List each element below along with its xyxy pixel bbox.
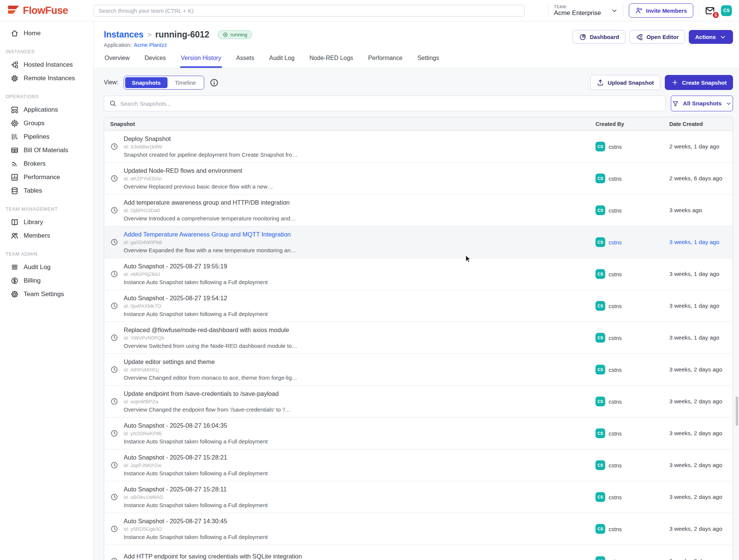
table-row[interactable]: Auto Snapshot - 2025-08-27 15:28:11 id: …	[104, 481, 733, 513]
sidebar-item-groups[interactable]: Groups	[0, 117, 93, 130]
sidebar-section: INSTANCES Hosted Instances Remote Instan…	[0, 49, 93, 85]
sidebar-item-tables[interactable]: Tables	[0, 184, 93, 198]
sidebar-item-audit-log[interactable]: Audit Log	[0, 261, 93, 274]
creator-avatar: CS	[595, 428, 605, 438]
info-icon[interactable]	[209, 78, 219, 87]
creator-avatar: CS	[595, 237, 605, 247]
sidebar-section: OPERATIONS Applications Groups Pipelines…	[0, 94, 93, 198]
actions-button[interactable]: Actions	[689, 30, 733, 44]
sidebar-item-pipelines[interactable]: Pipelines	[0, 130, 93, 144]
snapshot-date: 3 weeks, 2 days ago	[669, 494, 733, 500]
sidebar-item-library[interactable]: Library	[0, 216, 93, 229]
sidebar-item-applications[interactable]: Applications	[0, 103, 93, 117]
table-row[interactable]: Auto Snapshot - 2025-08-27 15:28:21 id: …	[104, 449, 733, 481]
sidebar-item-home[interactable]: Home	[0, 27, 93, 40]
snapshot-date: 2 weeks, 6 days ago	[669, 175, 733, 182]
table-row[interactable]: Updated Node-RED flows and environment i…	[104, 163, 733, 195]
table-row[interactable]: Added Temperature Awareness Group and MQ…	[104, 226, 733, 258]
toggle-timeline[interactable]: Timeline	[168, 77, 203, 88]
toggle-snapshots[interactable]: Snapshots	[125, 77, 168, 88]
create-snapshot-button[interactable]: Create Snapshot	[665, 75, 733, 90]
creator-avatar: CS	[595, 174, 605, 183]
sidebar-section: Home	[0, 27, 93, 40]
user-avatar[interactable]: CS	[721, 5, 732, 16]
sidebar-item-members[interactable]: Members	[0, 229, 93, 243]
snapshot-title: Auto Snapshot - 2025-08-27 15:28:21	[124, 454, 268, 461]
tab-node-red-logs[interactable]: Node-RED Logs	[309, 55, 354, 68]
snapshot-creator: CS cstns	[595, 397, 669, 406]
sidebar-item-team-settings[interactable]: Team Settings	[0, 287, 93, 301]
sidebar-section-label: INSTANCES	[0, 49, 93, 54]
column-date-created: Date Created	[669, 121, 733, 127]
team-selector[interactable]: TEAM: Acme Enterprise	[554, 4, 618, 17]
table-body: Deploy Snapshot id: X3o6Bw1k9W Snapshot …	[104, 131, 733, 560]
tab-bar: Overview Devices Version History Assets …	[104, 55, 733, 68]
snapshots-table: Snapshot Created By Date Created Deploy …	[104, 117, 733, 560]
notifications-button[interactable]: 5	[704, 6, 716, 16]
creator-avatar: CS	[595, 301, 605, 311]
home-icon	[10, 29, 19, 37]
table-row[interactable]: Auto Snapshot - 2025-08-27 14:30:45 id: …	[104, 513, 733, 545]
table-row[interactable]: Deploy Snapshot id: X3o6Bw1k9W Snapshot …	[104, 131, 733, 163]
snapshot-title: Updated Node-RED flows and environment	[124, 167, 273, 174]
snapshot-title: Auto Snapshot - 2025-08-27 15:28:11	[124, 486, 268, 493]
tab-devices[interactable]: Devices	[144, 55, 167, 68]
team-label: TEAM:	[554, 4, 601, 9]
snapshot-title: Update endpoint from /save-credentials t…	[124, 390, 290, 397]
tab-performance[interactable]: Performance	[367, 55, 403, 68]
clock-icon	[110, 429, 118, 437]
table-row[interactable]: Update editor settings and theme id: AlR…	[104, 354, 733, 386]
snapshot-creator: CS cstns	[595, 333, 669, 343]
tab-settings[interactable]: Settings	[417, 55, 440, 68]
snapshot-creator: CS cstns	[595, 556, 669, 560]
snapshot-filter-dropdown[interactable]: All Snapshots	[671, 96, 733, 111]
open-editor-button[interactable]: Open Editor	[629, 30, 685, 44]
table-row[interactable]: Add temperature awareness group and HTTP…	[104, 195, 733, 226]
sidebar-item-hosted-instances[interactable]: Hosted Instances	[0, 58, 93, 72]
table-row[interactable]: Update endpoint from /save-credentials t…	[104, 386, 733, 418]
snapshot-description: Instance Auto Snapshot taken following a…	[124, 311, 268, 317]
snapshot-id: id: aKZPYvEDAn	[124, 176, 273, 181]
snapshot-search-input[interactable]	[120, 100, 660, 107]
creator-avatar: CS	[595, 333, 605, 343]
flowfuse-logo-icon	[8, 6, 19, 15]
flowfuse-logo[interactable]: FlowFuse	[0, 5, 94, 16]
tab-version-history[interactable]: Version History	[180, 55, 222, 68]
page-title: running-6012	[155, 30, 209, 40]
snapshot-creator: CS cstns	[595, 492, 669, 502]
snapshot-title: Add temperature awareness group and HTTP…	[124, 199, 296, 206]
invite-members-button[interactable]: Invite Members	[629, 3, 693, 18]
tab-assets[interactable]: Assets	[235, 55, 255, 68]
clock-icon	[110, 334, 118, 342]
logo-text: FlowFuse	[23, 5, 68, 16]
sidebar-item-bill-of-materials[interactable]: Bill Of Materials	[0, 144, 93, 157]
tab-overview[interactable]: Overview	[104, 55, 130, 68]
snapshot-description: Overview Replaced previous basic device …	[124, 183, 273, 190]
snapshot-title: Auto Snapshot - 2025-08-27 16:04:35	[124, 422, 268, 429]
table-row[interactable]: Replaced @flowfuse/node-red-dashboard wi…	[104, 322, 733, 354]
upload-snapshot-button[interactable]: Upload Snapshot	[590, 75, 660, 90]
team-search-input[interactable]	[94, 5, 525, 16]
sidebar-section-items: Home	[0, 27, 93, 40]
sidebar-item-performance[interactable]: Performance	[0, 171, 93, 184]
sidebar-item-remote-instances[interactable]: Remote Instances	[0, 72, 93, 85]
table-row[interactable]: Auto Snapshot - 2025-08-27 19:54:12 id: …	[104, 290, 733, 322]
page-scrollbar-thumb[interactable]	[736, 397, 738, 426]
chevron-down-icon	[726, 100, 732, 107]
sidebar-section-items: Audit Log Billing Team Settings	[0, 261, 93, 301]
breadcrumb-instances-link[interactable]: Instances	[104, 30, 144, 40]
table-row[interactable]: Add HTTP endpoint for saving credentials…	[104, 545, 733, 560]
snapshot-description: Snapshot created for pipeline deployment…	[124, 151, 298, 158]
dashboard-button[interactable]: Dashboard	[573, 30, 625, 44]
tab-audit-log[interactable]: Audit Log	[268, 55, 295, 68]
sidebar-item-billing[interactable]: Billing	[0, 274, 93, 287]
snapshot-id: id: OjBPrO3Da0	[124, 208, 296, 213]
application-link[interactable]: Acme Plantzz	[134, 42, 167, 48]
sidebar-item-brokers[interactable]: Brokers	[0, 157, 93, 171]
table-row[interactable]: Auto Snapshot - 2025-08-27 16:04:35 id: …	[104, 418, 733, 449]
creator-name: cstns	[609, 398, 622, 405]
clock-icon	[110, 557, 118, 560]
table-row[interactable]: Auto Snapshot - 2025-08-27 19:55:19 id: …	[104, 258, 733, 290]
creator-name: cstns	[609, 367, 622, 373]
creator-avatar: CS	[595, 205, 605, 215]
